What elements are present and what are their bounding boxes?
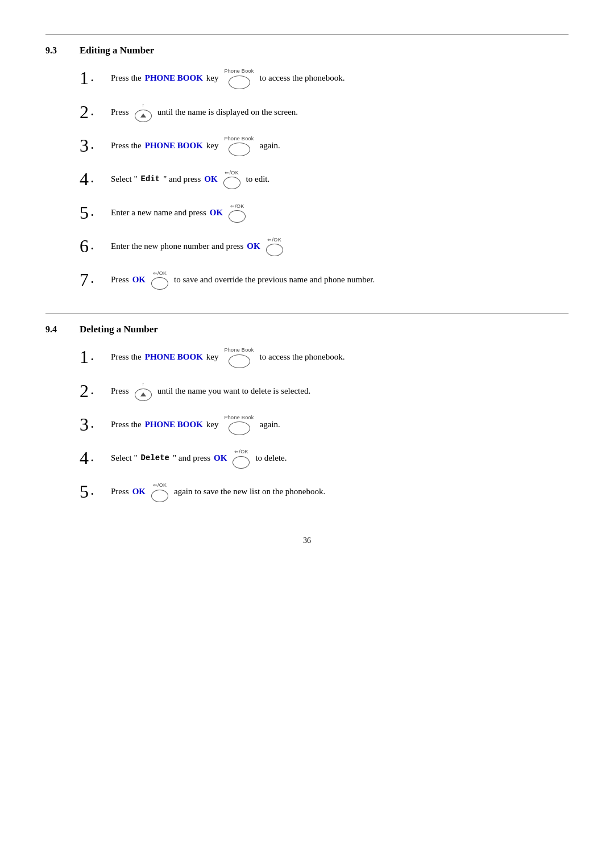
step-93-4-content: Select "Edit" and press OK ⇐/OK to edit. xyxy=(111,169,269,190)
ok-key-icon-94-4: ⇐/OK xyxy=(233,448,250,469)
phonebook-key-icon-1: Phone Book xyxy=(225,68,254,89)
step-94-1: 1. Press the PHONE BOOK key Phone Book t… xyxy=(80,347,569,368)
step-number-6: 6. xyxy=(80,236,111,257)
arrow-key-icon-1: ↑ xyxy=(135,102,152,122)
section-94-title: Deleting a Number xyxy=(80,324,158,335)
ok-key-icon-5: ⇐/OK xyxy=(229,203,246,223)
step-93-7-content: Press OK ⇐/OK to save and override the p… xyxy=(111,270,375,290)
step-94-2: 2. Press ↑ until the name you want to de… xyxy=(80,381,569,402)
step-94-3-content: Press the PHONE BOOK key Phone Book agai… xyxy=(111,414,280,436)
page-number: 36 xyxy=(45,536,569,545)
section-93-title: Editing a Number xyxy=(80,45,154,56)
step-93-3: 3. Press the PHONE BOOK key Phone Book a… xyxy=(80,135,569,157)
phonebook-key-icon-3: Phone Book xyxy=(225,135,254,157)
step-94-3: 3. Press the PHONE BOOK key Phone Book a… xyxy=(80,414,569,436)
step-number-1: 1. xyxy=(80,68,111,89)
ok-key-icon-94-5: ⇐/OK xyxy=(151,482,168,502)
step-93-2: 2. Press ↑ until the name is displayed o… xyxy=(80,102,569,123)
step-94-number-2: 2. xyxy=(80,381,111,402)
step-94-2-content: Press ↑ until the name you want to delet… xyxy=(111,381,310,401)
section-94-steps: 1. Press the PHONE BOOK key Phone Book t… xyxy=(45,347,569,502)
step-number-7: 7. xyxy=(80,269,111,290)
phonebook-label: PHONE BOOK xyxy=(145,72,203,84)
phonebook-label-94-3: PHONE BOOK xyxy=(145,419,203,431)
step-number-3: 3. xyxy=(80,135,111,156)
ok-key-icon-4: ⇐/OK xyxy=(223,169,240,190)
step-94-4: 4. Select "Delete" and press OK ⇐/OK to … xyxy=(80,448,569,469)
arrow-key-icon-94-2: ↑ xyxy=(135,381,152,401)
step-93-1: 1. Press the PHONE BOOK key Phone Book t… xyxy=(80,68,569,89)
step-93-5-content: Enter a new name and press OK ⇐/OK xyxy=(111,203,248,223)
step-94-1-content: Press the PHONE BOOK key Phone Book to a… xyxy=(111,347,345,368)
step-94-number-5: 5. xyxy=(80,481,111,502)
step-93-6: 6. Enter the new phone number and press … xyxy=(80,236,569,257)
phonebook-key-icon-94-3: Phone Book xyxy=(225,414,254,436)
section-94-header: 9.4 Deleting a Number xyxy=(45,313,569,335)
section-94: 9.4 Deleting a Number 1. Press the PHONE… xyxy=(45,313,569,502)
step-93-5: 5. Enter a new name and press OK ⇐/OK xyxy=(80,202,569,223)
phonebook-key-icon-94-1: Phone Book xyxy=(225,347,254,368)
step-number-4: 4. xyxy=(80,169,111,190)
step-94-number-3: 3. xyxy=(80,414,111,435)
section-93: 9.3 Editing a Number 1. Press the PHONE … xyxy=(45,34,569,290)
step-94-number-1: 1. xyxy=(80,347,111,368)
ok-key-icon-6: ⇐/OK xyxy=(266,236,283,257)
step-93-6-content: Enter the new phone number and press OK … xyxy=(111,236,285,257)
step-number-5: 5. xyxy=(80,202,111,223)
phonebook-label-94-1: PHONE BOOK xyxy=(145,351,203,363)
step-93-7: 7. Press OK ⇐/OK to save and override th… xyxy=(80,269,569,290)
step-number-2: 2. xyxy=(80,102,111,123)
step-94-4-content: Select "Delete" and press OK ⇐/OK to del… xyxy=(111,448,287,469)
step-93-1-content: Press the PHONE BOOK key Phone Book to a… xyxy=(111,68,345,89)
step-93-4: 4. Select "Edit" and press OK ⇐/OK to ed… xyxy=(80,169,569,190)
section-93-number: 9.3 xyxy=(45,45,68,56)
step-94-5: 5. Press OK ⇐/OK again to save the new l… xyxy=(80,481,569,502)
step-94-5-content: Press OK ⇐/OK again to save the new list… xyxy=(111,482,325,502)
step-93-2-content: Press ↑ until the name is displayed on t… xyxy=(111,102,298,122)
phonebook-label-3: PHONE BOOK xyxy=(145,140,203,152)
ok-key-icon-7: ⇐/OK xyxy=(151,270,168,290)
step-93-3-content: Press the PHONE BOOK key Phone Book agai… xyxy=(111,135,280,157)
section-93-steps: 1. Press the PHONE BOOK key Phone Book t… xyxy=(45,68,569,290)
section-94-number: 9.4 xyxy=(45,324,68,335)
step-94-number-4: 4. xyxy=(80,448,111,469)
section-93-header: 9.3 Editing a Number xyxy=(45,34,569,56)
